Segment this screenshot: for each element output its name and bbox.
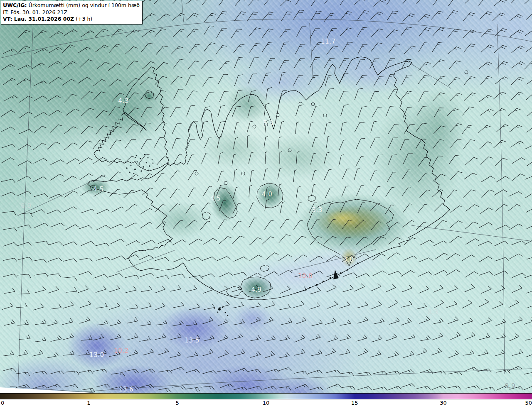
map-value-label: 8.3 bbox=[428, 308, 438, 316]
valid-time-line: VT: Lau. 31.01.2026 00Z (+3 h) bbox=[3, 16, 140, 23]
colorbar-tick: 5 bbox=[175, 400, 179, 406]
colorbar-tick: 10 bbox=[263, 400, 270, 406]
weather-map-screen: 11.74.35.34.54.54.03.33.04.910.06.98.313… bbox=[0, 0, 532, 406]
map-value-label: 10.2 bbox=[114, 347, 128, 355]
map-title: Úrkomumætti (mm) og vindur í 100m hæð bbox=[29, 2, 140, 8]
colorbar-tick: 0 bbox=[1, 400, 4, 406]
map-value-label: 3.0 bbox=[343, 256, 354, 263]
colorbar-tick: 50 bbox=[525, 400, 532, 406]
init-time-line: IT: Fös. 30. 01. 2026 21Z bbox=[3, 9, 140, 16]
map-value-label: 4.5 bbox=[210, 195, 221, 202]
map-value-label: 6.9 bbox=[21, 202, 31, 210]
map-value-label: 11.7 bbox=[321, 38, 335, 45]
model-id: UWC/IG: bbox=[3, 2, 27, 8]
colorbar-gradient bbox=[0, 394, 532, 399]
colorbar bbox=[0, 393, 532, 399]
map-canvas: 11.74.35.34.54.54.03.33.04.910.06.98.313… bbox=[0, 0, 532, 394]
map-value-label: 4.3 bbox=[118, 97, 128, 105]
colorbar-tick-labels: 01510153050 bbox=[0, 400, 532, 406]
map-value-label: 4.9 bbox=[251, 286, 261, 293]
map-value-label: 4.5 bbox=[93, 186, 103, 193]
colorbar-tick: 15 bbox=[351, 400, 358, 406]
title-line: UWC/IG: Úrkomumætti (mm) og vindur í 100… bbox=[3, 2, 140, 9]
map-value-label: 5.3 bbox=[263, 120, 273, 127]
colorbar-tick: 1 bbox=[87, 400, 90, 406]
value-labels-layer: 11.74.35.34.54.54.03.33.04.910.06.98.313… bbox=[0, 0, 532, 393]
map-value-label: 13.0 bbox=[89, 351, 104, 359]
map-value-label: 10.0 bbox=[298, 272, 313, 280]
map-value-label: 3.3 bbox=[312, 206, 322, 214]
title-box: UWC/IG: Úrkomumætti (mm) og vindur í 100… bbox=[1, 1, 143, 24]
colorbar-tick: 30 bbox=[440, 400, 447, 406]
map-value-label: 4.0 bbox=[262, 191, 272, 198]
map-value-label: 9.9 bbox=[505, 382, 515, 390]
map-value-label: 13.6 bbox=[119, 386, 133, 393]
map-value-label: 13.5 bbox=[185, 337, 199, 344]
